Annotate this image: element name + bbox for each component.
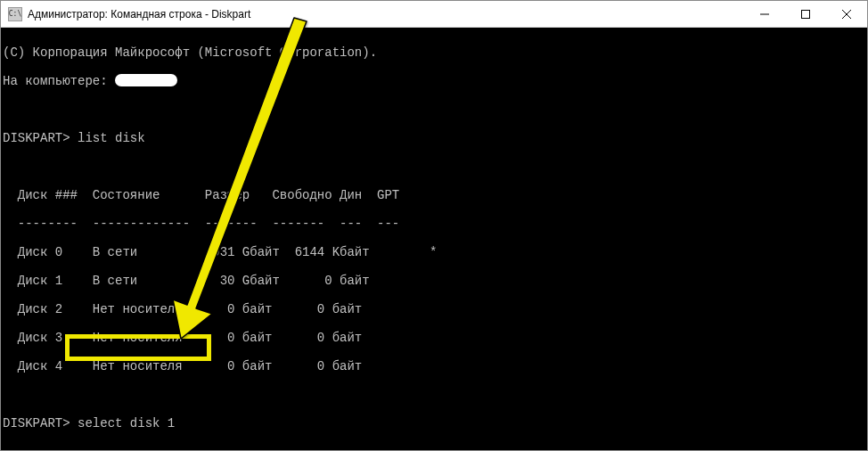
redacted-hostname	[115, 74, 177, 86]
terminal-area[interactable]: (C) Корпорация Майкрософт (Microsoft Cor…	[1, 28, 867, 450]
table-divider: -------- ------------- ------- ------- -…	[3, 217, 865, 231]
titlebar-controls	[744, 1, 867, 27]
copyright-line: (C) Корпорация Майкрософт (Microsoft Cor…	[3, 45, 865, 60]
minimize-button[interactable]	[744, 1, 785, 27]
window-frame: C:\ Администратор: Командная строка - Di…	[0, 0, 868, 451]
maximize-button[interactable]	[785, 1, 826, 27]
on-computer-label: На компьютере:	[3, 74, 115, 88]
table-row: Диск 0 В сети 931 Gбайт 6144 Kбайт *	[3, 245, 865, 259]
app-icon: C:\	[8, 7, 22, 21]
cmd-list-disk: list disk	[70, 131, 145, 145]
prompt-line-2: DISKPART> select disk 1	[3, 416, 865, 430]
table-header: Диск ### Состояние Размер Свободно Дин G…	[3, 188, 865, 202]
close-button[interactable]	[826, 1, 867, 27]
on-computer-line: На компьютере:	[3, 74, 865, 88]
cmd-select-disk: select disk 1	[70, 416, 176, 430]
blank-line	[3, 160, 865, 174]
window-title: Администратор: Командная строка - Diskpa…	[28, 8, 744, 20]
diskpart-prompt: DISKPART>	[3, 416, 70, 430]
blank-line	[3, 102, 865, 117]
prompt-line-1: DISKPART> list disk	[3, 131, 865, 145]
blank-line	[3, 445, 865, 450]
table-row: Диск 1 В сети 30 Gбайт 0 байт	[3, 274, 865, 288]
diskpart-prompt: DISKPART>	[3, 131, 70, 145]
blank-line	[3, 388, 865, 402]
table-row: Диск 4 Нет носителя 0 байт 0 байт	[3, 359, 865, 373]
svg-rect-1	[802, 10, 810, 18]
table-row: Диск 2 Нет носителя 0 байт 0 байт	[3, 302, 865, 316]
table-row: Диск 3 Нет носителя 0 байт 0 байт	[3, 331, 865, 345]
titlebar[interactable]: C:\ Администратор: Командная строка - Di…	[1, 1, 867, 28]
